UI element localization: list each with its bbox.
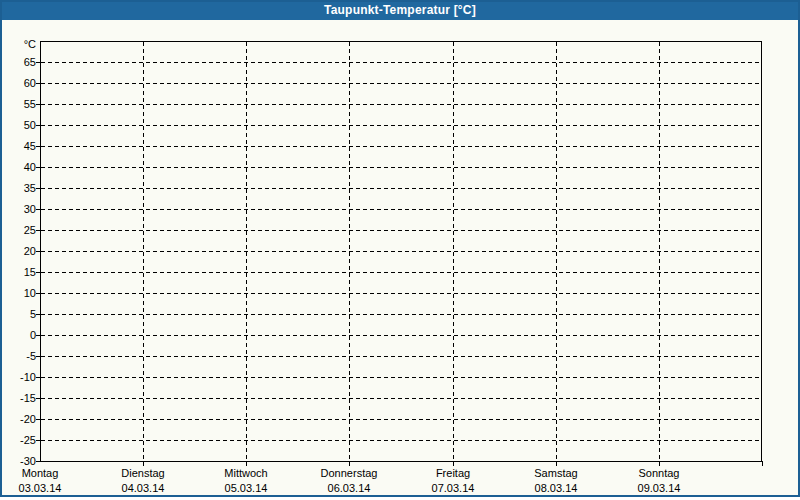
x-day-label: Sonntag bbox=[614, 467, 704, 480]
v-gridline bbox=[143, 42, 144, 461]
y-tick-label: 40 bbox=[2, 160, 36, 174]
y-tick-mark bbox=[36, 419, 40, 420]
y-tick-label: 60 bbox=[2, 76, 36, 90]
plot-area bbox=[40, 41, 762, 462]
title-bar: Taupunkt-Temperatur [°C] bbox=[0, 0, 800, 20]
y-tick-label: -20 bbox=[2, 412, 36, 426]
x-date-label: 06.03.14 bbox=[304, 482, 394, 495]
y-tick-mark bbox=[36, 356, 40, 357]
h-gridline bbox=[41, 440, 761, 441]
y-axis-unit-label: °C bbox=[2, 37, 36, 51]
x-tick-mark bbox=[556, 461, 557, 466]
h-gridline bbox=[41, 104, 761, 105]
y-tick-mark bbox=[36, 440, 40, 441]
v-gridline bbox=[556, 42, 557, 461]
y-tick-mark bbox=[36, 272, 40, 273]
h-gridline bbox=[41, 230, 761, 231]
h-gridline bbox=[41, 146, 761, 147]
y-tick-mark bbox=[36, 209, 40, 210]
x-day-label: Freitag bbox=[408, 467, 498, 480]
h-gridline bbox=[41, 272, 761, 273]
h-gridline bbox=[41, 419, 761, 420]
y-tick-label: 25 bbox=[2, 223, 36, 237]
x-tick-mark bbox=[762, 461, 763, 466]
y-tick-mark bbox=[36, 293, 40, 294]
h-gridline bbox=[41, 188, 761, 189]
x-tick-mark bbox=[659, 461, 660, 466]
h-gridline bbox=[41, 356, 761, 357]
y-tick-mark bbox=[36, 314, 40, 315]
y-tick-mark bbox=[36, 62, 40, 63]
y-tick-label: -25 bbox=[2, 433, 36, 447]
chart-window: Taupunkt-Temperatur [°C] °C 656055504540… bbox=[0, 0, 800, 497]
y-tick-label: 50 bbox=[2, 118, 36, 132]
y-tick-mark bbox=[36, 251, 40, 252]
x-tick-mark bbox=[246, 461, 247, 466]
h-gridline bbox=[41, 209, 761, 210]
h-gridline bbox=[41, 125, 761, 126]
y-tick-mark bbox=[36, 230, 40, 231]
y-tick-mark bbox=[36, 104, 40, 105]
v-gridline bbox=[453, 42, 454, 461]
y-tick-label: -10 bbox=[2, 370, 36, 384]
y-tick-label: 15 bbox=[2, 265, 36, 279]
x-date-label: 03.03.14 bbox=[0, 482, 85, 495]
x-tick-mark bbox=[349, 461, 350, 466]
y-tick-mark bbox=[36, 377, 40, 378]
h-gridline bbox=[41, 167, 761, 168]
y-tick-label: 0 bbox=[2, 328, 36, 342]
y-tick-label: 45 bbox=[2, 139, 36, 153]
y-tick-mark bbox=[36, 461, 40, 462]
x-date-label: 05.03.14 bbox=[201, 482, 291, 495]
y-tick-mark bbox=[36, 83, 40, 84]
y-tick-mark bbox=[36, 188, 40, 189]
y-tick-label: 5 bbox=[2, 307, 36, 321]
x-day-label: Montag bbox=[0, 467, 85, 480]
x-date-label: 04.03.14 bbox=[98, 482, 188, 495]
x-date-label: 08.03.14 bbox=[511, 482, 601, 495]
y-tick-label: 20 bbox=[2, 244, 36, 258]
x-date-label: 09.03.14 bbox=[614, 482, 704, 495]
h-gridline bbox=[41, 335, 761, 336]
x-day-label: Dienstag bbox=[98, 467, 188, 480]
y-tick-label: 55 bbox=[2, 97, 36, 111]
y-tick-label: -15 bbox=[2, 391, 36, 405]
h-gridline bbox=[41, 398, 761, 399]
y-tick-mark bbox=[36, 167, 40, 168]
x-day-label: Donnerstag bbox=[304, 467, 394, 480]
x-day-label: Mittwoch bbox=[201, 467, 291, 480]
h-gridline bbox=[41, 314, 761, 315]
h-gridline bbox=[41, 251, 761, 252]
x-tick-mark bbox=[453, 461, 454, 466]
y-tick-label: 10 bbox=[2, 286, 36, 300]
x-date-label: 07.03.14 bbox=[408, 482, 498, 495]
v-gridline bbox=[246, 42, 247, 461]
y-tick-mark bbox=[36, 125, 40, 126]
h-gridline bbox=[41, 83, 761, 84]
chart-title: Taupunkt-Temperatur [°C] bbox=[324, 3, 476, 17]
y-tick-label: -30 bbox=[2, 454, 36, 468]
h-gridline bbox=[41, 377, 761, 378]
v-gridline bbox=[349, 42, 350, 461]
y-tick-label: 65 bbox=[2, 55, 36, 69]
y-tick-mark bbox=[36, 146, 40, 147]
v-gridline bbox=[659, 42, 660, 461]
y-tick-label: 35 bbox=[2, 181, 36, 195]
y-tick-label: 30 bbox=[2, 202, 36, 216]
x-tick-mark bbox=[143, 461, 144, 466]
y-tick-mark bbox=[36, 335, 40, 336]
x-day-label: Samstag bbox=[511, 467, 601, 480]
h-gridline bbox=[41, 293, 761, 294]
h-gridline bbox=[41, 62, 761, 63]
y-tick-mark bbox=[36, 398, 40, 399]
y-tick-label: -5 bbox=[2, 349, 36, 363]
